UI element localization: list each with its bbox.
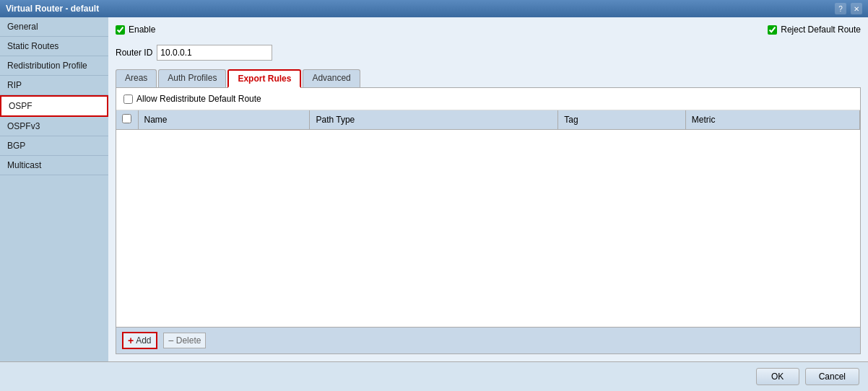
col-tag: Tag [558, 110, 686, 130]
top-left: Enable [116, 25, 155, 35]
top-right: Reject Default Route [768, 25, 861, 35]
sidebar-item-general[interactable]: General [0, 17, 108, 37]
export-rules-table: Name Path Type Tag Metric [116, 110, 860, 130]
sidebar-item-rip[interactable]: RIP [0, 76, 108, 95]
select-all-checkbox[interactable] [122, 114, 131, 123]
top-controls: Enable Reject Default Route [116, 25, 861, 35]
sidebar: General Static Routes Redistribution Pro… [0, 17, 108, 361]
delete-button[interactable]: − Delete [163, 333, 207, 348]
enable-checkbox[interactable] [116, 25, 125, 35]
add-button[interactable]: + Add [122, 332, 157, 349]
table-footer: + Add − Delete [116, 327, 860, 353]
sidebar-item-ospfv3[interactable]: OSPFv3 [0, 117, 108, 136]
sidebar-item-redistribution-profile[interactable]: Redistribution Profile [0, 56, 108, 76]
close-icon[interactable]: ✕ [851, 3, 862, 14]
plus-icon: + [128, 335, 134, 346]
minus-icon: − [168, 335, 174, 346]
content-area: Enable Reject Default Route Router ID Ar [108, 17, 868, 361]
cancel-button[interactable]: Cancel [805, 368, 859, 385]
main-window: Virtual Router - default ? ✕ General Sta… [0, 0, 868, 391]
sidebar-item-static-routes[interactable]: Static Routes [0, 37, 108, 56]
window-title: Virtual Router - default [6, 4, 99, 14]
router-id-input[interactable] [157, 45, 272, 61]
tab-content: Allow Redistribute Default Route Name [116, 87, 861, 354]
col-checkbox [116, 110, 138, 130]
tab-export-rules[interactable]: Export Rules [227, 69, 301, 88]
table-header-row: Name Path Type Tag Metric [116, 110, 860, 130]
allow-redistribute-checkbox[interactable] [123, 95, 133, 104]
enable-row: Enable [116, 25, 155, 35]
allow-redistribute-row: Allow Redistribute Default Route [116, 88, 860, 110]
title-bar: Virtual Router - default ? ✕ [0, 0, 868, 17]
sidebar-item-multicast[interactable]: Multicast [0, 156, 108, 175]
allow-redistribute-label: Allow Redistribute Default Route [136, 94, 261, 104]
tab-auth-profiles[interactable]: Auth Profiles [158, 69, 226, 88]
ok-button[interactable]: OK [756, 368, 799, 385]
bottom-bar: OK Cancel [0, 361, 868, 391]
reject-default-route-label: Reject Default Route [781, 25, 861, 35]
sidebar-item-bgp[interactable]: BGP [0, 136, 108, 156]
main-content: General Static Routes Redistribution Pro… [0, 17, 868, 361]
reject-default-route-checkbox[interactable] [768, 25, 777, 35]
col-path-type: Path Type [310, 110, 558, 130]
tab-advanced[interactable]: Advanced [303, 69, 360, 88]
header-area: Enable Reject Default Route Router ID [116, 25, 861, 66]
enable-label: Enable [129, 25, 155, 35]
col-metric: Metric [685, 110, 859, 130]
router-id-label: Router ID [116, 48, 152, 58]
table-container: Name Path Type Tag Metric [116, 110, 860, 327]
help-icon[interactable]: ? [835, 3, 846, 14]
tab-areas[interactable]: Areas [116, 69, 157, 88]
router-id-row: Router ID [116, 45, 861, 61]
tabs: Areas Auth Profiles Export Rules Advance… [116, 69, 861, 88]
sidebar-item-ospf[interactable]: OSPF [0, 95, 108, 117]
col-name: Name [138, 110, 310, 130]
title-bar-controls: ? ✕ [835, 3, 862, 14]
